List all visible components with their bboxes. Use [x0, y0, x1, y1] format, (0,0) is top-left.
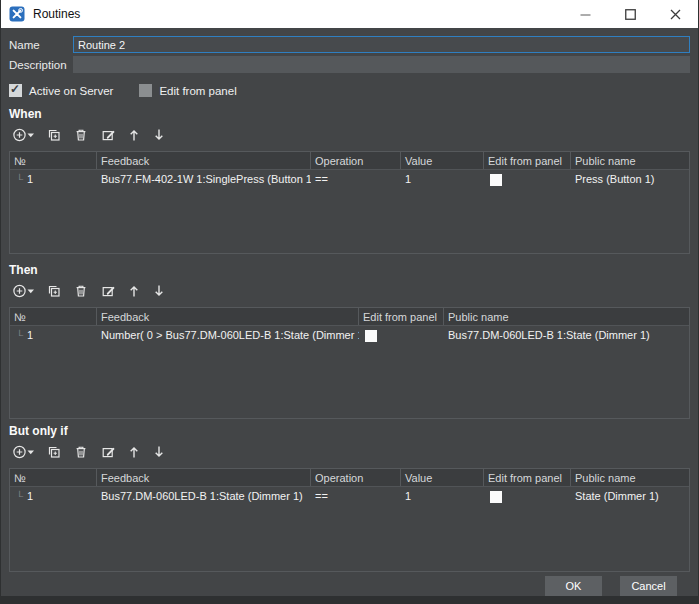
arrow-up-icon [127, 444, 141, 460]
edit-item-button[interactable] [100, 126, 116, 144]
cell-edit_from_panel [484, 487, 571, 505]
dialog-footer: OK Cancel [9, 576, 690, 596]
duplicate-item-button[interactable] [46, 126, 62, 144]
maximize-icon [625, 9, 636, 20]
column-header: Feedback [97, 469, 311, 486]
plus-circle-icon [14, 285, 25, 296]
arrow-down-icon [152, 444, 166, 460]
arrow-down-icon [152, 283, 166, 299]
move-down-button[interactable] [152, 282, 166, 300]
when-toolbar [12, 125, 690, 144]
tree-branch-glyph: └ [16, 491, 23, 502]
cell-feedback: Bus77.DM-060LED-B 1:State (Dimmer 1) [97, 487, 311, 505]
section-when: When [9, 98, 690, 254]
table-row[interactable]: └1Bus77.DM-060LED-B 1:State (Dimmer 1)==… [10, 487, 689, 505]
edit-from-panel-cell-checkbox[interactable] [490, 491, 502, 503]
description-label: Description [9, 59, 73, 71]
delete-item-button[interactable] [73, 282, 89, 300]
table-row[interactable]: └1Number( 0 > Bus77.DM-060LED-B 1:State … [10, 326, 689, 344]
cell-edit_from_panel [484, 170, 571, 188]
edit-item-button[interactable] [100, 443, 116, 461]
cell-value: 1 [401, 170, 484, 188]
cell-public_name: Press (Button 1) [571, 170, 689, 188]
add-item-button[interactable] [12, 282, 35, 300]
delete-item-button[interactable] [73, 443, 89, 461]
window-controls [563, 0, 698, 28]
column-header: № [10, 469, 97, 486]
but-only-if-table: №FeedbackOperationValueEdit from panelPu… [9, 468, 690, 572]
minimize-icon [580, 9, 591, 20]
cell-operation: == [311, 487, 401, 505]
then-table: №FeedbackEdit from panelPublic name└1Num… [9, 307, 690, 419]
column-header: Feedback [97, 308, 359, 325]
edit-from-panel-cell-checkbox[interactable] [490, 174, 502, 186]
move-down-button[interactable] [152, 126, 166, 144]
cell-edit_from_panel [359, 326, 444, 344]
column-header: Public name [444, 308, 689, 325]
tree-branch-glyph: └ [16, 174, 23, 185]
move-up-button[interactable] [127, 282, 141, 300]
ok-button[interactable]: OK [545, 576, 602, 596]
trash-icon [73, 127, 89, 143]
section-then: Then [9, 254, 690, 419]
edit-from-panel-cell-checkbox[interactable] [365, 330, 377, 342]
trash-icon [73, 283, 89, 299]
column-header: Operation [311, 469, 401, 486]
then-toolbar [12, 281, 690, 300]
copy-icon [46, 444, 62, 460]
chevron-down-icon [28, 289, 35, 293]
add-item-button[interactable] [12, 126, 35, 144]
duplicate-item-button[interactable] [46, 282, 62, 300]
minimize-button[interactable] [563, 0, 608, 28]
plus-circle-icon [14, 129, 25, 140]
maximize-button[interactable] [608, 0, 653, 28]
column-header: Public name [571, 152, 689, 169]
edit-item-button[interactable] [100, 282, 116, 300]
move-up-button[interactable] [127, 443, 141, 461]
edit-pencil-icon [100, 444, 116, 460]
cell-num: └1 [10, 487, 97, 505]
move-up-button[interactable] [127, 126, 141, 144]
cell-value: 1 [401, 487, 484, 505]
close-button[interactable] [653, 0, 698, 28]
section-but-only-if: But only if [9, 419, 690, 572]
duplicate-item-button[interactable] [46, 443, 62, 461]
table-row[interactable]: └1Bus77.FM-402-1W 1:SinglePress (Button … [10, 170, 689, 188]
dialog-body: Name Description Active on Server Edit f… [1, 28, 698, 596]
chevron-down-icon [28, 450, 35, 454]
when-table: №FeedbackOperationValueEdit from panelPu… [9, 151, 690, 254]
but-only-if-toolbar [12, 442, 690, 461]
edit-from-panel-label: Edit from panel [159, 85, 236, 97]
plus-circle-icon [14, 446, 25, 457]
copy-icon [46, 127, 62, 143]
table-header-row: №FeedbackOperationValueEdit from panelPu… [10, 469, 689, 487]
cell-num: └1 [10, 170, 97, 188]
table-header-row: №FeedbackOperationValueEdit from panelPu… [10, 152, 689, 170]
delete-item-button[interactable] [73, 126, 89, 144]
window-title: Routines [33, 7, 80, 21]
edit-from-panel-checkbox[interactable] [139, 84, 152, 97]
column-header: Public name [571, 469, 689, 486]
cancel-button[interactable]: Cancel [620, 576, 677, 596]
arrow-down-icon [152, 127, 166, 143]
edit-pencil-icon [100, 127, 116, 143]
close-icon [670, 9, 681, 20]
section-when-title: When [9, 107, 690, 121]
arrow-up-icon [127, 283, 141, 299]
description-input[interactable] [73, 56, 690, 73]
move-down-button[interactable] [152, 443, 166, 461]
active-on-server-checkbox[interactable] [9, 84, 22, 97]
column-header: Edit from panel [484, 469, 571, 486]
window-bottom-edge [1, 596, 698, 604]
name-input[interactable] [73, 36, 690, 53]
column-header: Operation [311, 152, 401, 169]
table-header-row: №FeedbackEdit from panelPublic name [10, 308, 689, 326]
cell-public_name: State (Dimmer 1) [571, 487, 689, 505]
add-item-button[interactable] [12, 443, 35, 461]
column-header: Value [401, 152, 484, 169]
name-label: Name [9, 39, 73, 51]
trash-icon [73, 444, 89, 460]
active-on-server-option: Active on Server [9, 84, 113, 97]
tree-branch-glyph: └ [16, 330, 23, 341]
copy-icon [46, 283, 62, 299]
